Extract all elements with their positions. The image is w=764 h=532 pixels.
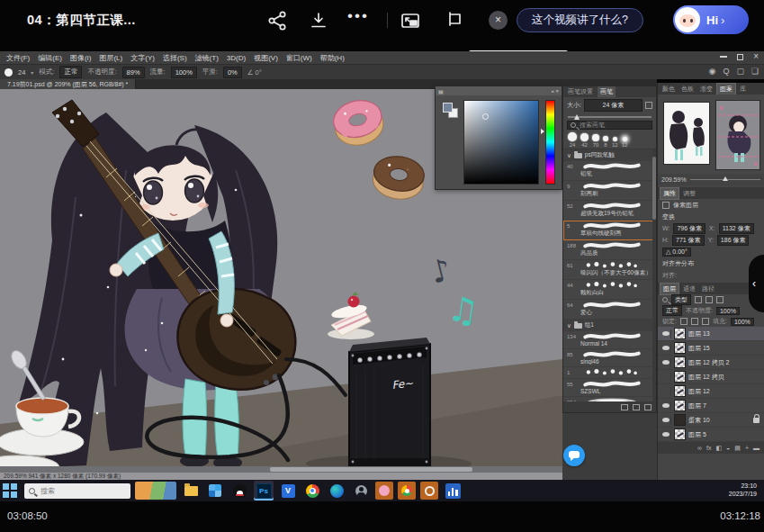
brush-preset[interactable]: 8 [603, 136, 608, 148]
maximize-icon[interactable] [737, 54, 743, 60]
flow-value[interactable]: 100% [171, 67, 197, 78]
reference-thumbnail-2[interactable] [715, 100, 760, 170]
saturation-brightness-field[interactable] [463, 100, 539, 185]
brush-item[interactable]: 52超级无敌19号仿铅笔 [563, 201, 656, 221]
menu-3d[interactable]: 3D(D) [227, 54, 246, 62]
menu-view[interactable]: 视图(V) [254, 53, 278, 63]
brush-item[interactable]: 55SZSWL [563, 379, 656, 397]
filter-adjustment-icon[interactable] [706, 296, 713, 303]
search-icon[interactable]: Q [723, 67, 729, 76]
brush-size-slider[interactable] [568, 113, 652, 120]
taskbar-contacts[interactable] [351, 481, 371, 500]
clip-icon[interactable] [443, 10, 464, 32]
hue-slider[interactable] [545, 100, 555, 185]
new-group-icon[interactable]: ▤ [734, 445, 741, 452]
tab-brush-settings[interactable]: 画笔设置 [565, 86, 596, 97]
layer-row[interactable]: 图层 7 [658, 399, 764, 413]
taskbar-v-app[interactable]: V [278, 481, 298, 500]
tab-channels[interactable]: 通道 [680, 284, 698, 294]
h-value[interactable]: 771 像素 [672, 235, 705, 246]
new-folder-icon[interactable] [621, 404, 628, 410]
taskbar-app-ring[interactable] [420, 482, 438, 500]
brush-item[interactable]: 64爱心 [563, 300, 656, 320]
smoothing-value[interactable]: 0% [223, 67, 242, 78]
tab-paths[interactable]: 路径 [699, 284, 717, 294]
layout-icon[interactable]: ▢ [736, 67, 744, 76]
layer-row[interactable]: 图层 5 [658, 428, 764, 442]
minimize-icon[interactable] [720, 56, 727, 58]
brush-preset[interactable]: 42 [580, 133, 589, 148]
taskbar-file-explorer[interactable] [181, 481, 201, 500]
layer-row[interactable]: 图层 15 [658, 341, 764, 356]
opacity-value[interactable]: 89% [122, 67, 145, 78]
ai-assistant-button[interactable]: Hi › [673, 5, 749, 34]
tab-swatches[interactable]: 色板 [679, 84, 697, 95]
ask-ai-button[interactable]: 这个视频讲了什么? [517, 8, 643, 32]
taskbar-photos-app[interactable] [205, 481, 225, 500]
layer-mask-icon[interactable]: ◧ [715, 445, 722, 452]
panel-collapse-icon[interactable]: « × [551, 88, 559, 94]
menu-help[interactable]: 帮助(H) [320, 53, 345, 63]
taskbar-photoshop[interactable]: Ps [254, 481, 274, 500]
taskbar-search-input[interactable] [39, 486, 111, 496]
align-distribute-heading[interactable]: 对齐并分布 [662, 259, 694, 268]
layer-style-icon[interactable]: fx [706, 445, 711, 451]
more-icon[interactable]: ••• [347, 7, 369, 25]
tab-properties[interactable]: 属性 [660, 187, 679, 200]
taskbar-app-chart[interactable] [443, 481, 463, 500]
lock-pixels-icon[interactable] [691, 318, 698, 325]
brush-item[interactable]: 188高品质 [563, 240, 656, 260]
reference-thumbnail-1[interactable] [663, 102, 710, 165]
brush-folder[interactable]: ∨组1 [563, 320, 656, 331]
brush-preset[interactable]: 12 [622, 137, 628, 148]
adjustment-layer-icon[interactable]: ◒ [726, 445, 730, 451]
news-widget-thumbnail[interactable] [135, 482, 176, 500]
brush-item[interactable]: 40铅笔 [563, 161, 656, 181]
window-close-icon[interactable]: × [753, 53, 759, 60]
chevron-down-icon[interactable]: ▾ [31, 69, 33, 76]
layer-opacity-value[interactable]: 100% [716, 307, 740, 315]
menu-layer[interactable]: 图层(L) [99, 53, 122, 63]
tab-adjustments[interactable]: 调整 [680, 188, 698, 199]
brush-search[interactable]: 搜索画笔 [567, 121, 652, 130]
layer-row[interactable]: 图层 13 [658, 327, 764, 341]
taskbar-search[interactable] [24, 483, 130, 499]
tab-layers[interactable]: 图层 [660, 283, 679, 295]
transform-section-label[interactable]: 变换 [662, 212, 675, 221]
x-value[interactable]: 1132 像素 [719, 223, 754, 234]
brush-preset[interactable]: 24 [568, 132, 577, 148]
share-user-icon[interactable]: ◉ [709, 67, 716, 76]
taskbar-qq[interactable] [229, 481, 249, 500]
lock-position-icon[interactable] [702, 318, 709, 325]
brush-edit-icon[interactable] [645, 102, 652, 109]
picture-in-picture-icon[interactable] [400, 10, 421, 32]
taskbar-app-pink[interactable] [375, 482, 393, 500]
navigator-zoom-value[interactable]: 209.59% [661, 176, 687, 183]
brush-item[interactable]: 61噪闪闪（不要大于60像素） [563, 260, 656, 280]
menu-filter[interactable]: 滤镜(T) [195, 53, 219, 63]
w-value[interactable]: 796 像素 [673, 223, 706, 234]
brush-item[interactable]: 294Soft Round 394 2 [563, 397, 656, 401]
new-layer-icon[interactable]: + [745, 445, 749, 451]
tab-color[interactable]: 颜色 [660, 84, 678, 95]
brush-size-field[interactable]: 24 像素 [584, 99, 643, 112]
taskbar-app-browser[interactable] [398, 482, 416, 500]
share-icon[interactable] [266, 10, 288, 32]
layer-filter-type[interactable]: 类型 [671, 294, 691, 305]
menu-edit[interactable]: 编辑(E) [38, 53, 62, 63]
layer-row[interactable]: 图层 12 拷贝 [658, 370, 764, 384]
taskbar-edge[interactable] [327, 481, 346, 500]
brush-preset[interactable]: 70 [592, 134, 599, 148]
brush-preset[interactable]: 12 [612, 137, 618, 148]
menu-window[interactable]: 窗口(W) [286, 53, 312, 63]
download-icon[interactable] [308, 10, 329, 32]
menu-select[interactable]: 选择(S) [163, 53, 187, 63]
document-tab[interactable]: 7.19前01.psd @ 209% (图层 56, RGB/8#) * [0, 79, 136, 89]
lock-transparency-icon[interactable] [680, 318, 688, 325]
hue-slider-thumb[interactable] [541, 129, 544, 134]
mode-select[interactable]: 正常 [59, 66, 82, 78]
tab-libraries[interactable]: 库 [737, 84, 749, 95]
brush-item[interactable]: 134Normal 14 [563, 331, 656, 349]
chat-bubble-button[interactable] [563, 445, 585, 466]
taskbar-clock[interactable]: 23:10 2023/7/19 [729, 482, 757, 499]
